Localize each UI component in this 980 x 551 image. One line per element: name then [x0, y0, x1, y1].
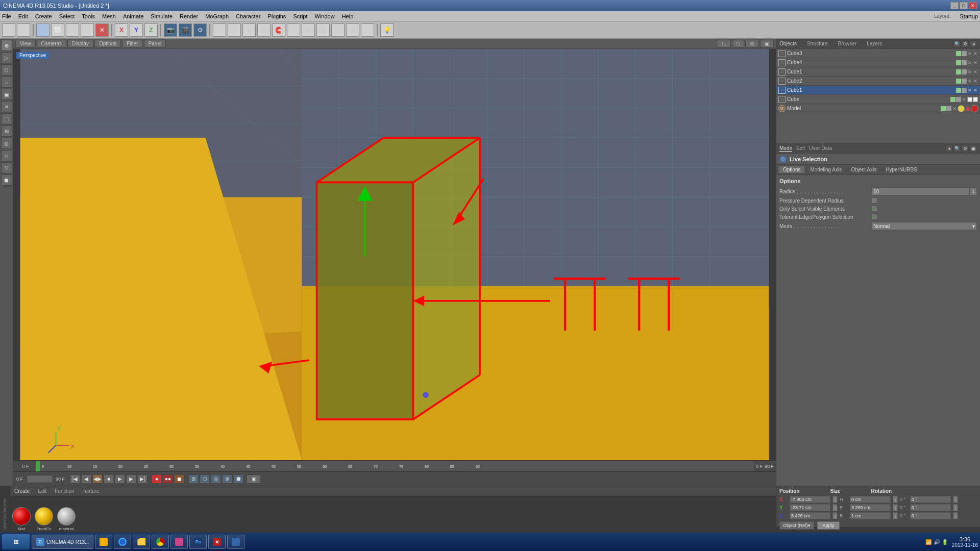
tolerant-checkbox[interactable]: ✓	[871, 214, 877, 220]
menu-script[interactable]: Script	[293, 13, 307, 19]
pressure-checkbox[interactable]	[871, 197, 877, 204]
left-tool-10[interactable]: ☆	[1, 150, 12, 161]
props-tab-edit[interactable]: Edit	[796, 145, 805, 151]
left-tool-11[interactable]: ▽	[1, 162, 12, 173]
cube1a-dot3[interactable]: ✕	[973, 69, 978, 74]
close-button[interactable]: ✕	[969, 2, 977, 9]
lasso-select-button[interactable]: ✏	[81, 23, 94, 37]
x-pos-input[interactable]: -7.904 cm	[790, 496, 830, 503]
props-collapse[interactable]: ⚙	[962, 145, 969, 152]
scale-button[interactable]: ⊞	[242, 23, 256, 37]
mat-edit-tab[interactable]: Edit	[38, 488, 46, 494]
menu-mesh[interactable]: Mesh	[102, 13, 116, 19]
viewport-tab-options[interactable]: Options	[94, 40, 121, 47]
taskbar-ie[interactable]	[114, 535, 131, 549]
y-rot-input[interactable]: 0 °	[910, 504, 951, 511]
props-menu[interactable]: ▣	[970, 145, 977, 152]
x-size-arrow[interactable]: ↕	[893, 496, 898, 503]
go-start-button[interactable]: |◀	[70, 474, 80, 484]
left-tool-6[interactable]: ✕	[1, 101, 12, 112]
go-end-button[interactable]: ▶|	[137, 474, 148, 484]
cube-dot2[interactable]	[956, 97, 961, 102]
rotate-button[interactable]: ↻	[228, 23, 241, 37]
play-reverse-button[interactable]: ◀▶	[92, 474, 103, 484]
z-pos-arrow[interactable]: ↕	[832, 512, 838, 519]
menu-plugins[interactable]: Plugins	[267, 13, 286, 19]
z-rot-input[interactable]: 0 °	[910, 512, 951, 519]
tab-options[interactable]: Options	[778, 166, 805, 173]
menu-file[interactable]: File	[2, 13, 11, 19]
tool8[interactable]: ☆	[361, 23, 374, 37]
z-rot-arrow[interactable]: ↕	[953, 512, 958, 519]
mat-texture-tab[interactable]: Texture	[83, 488, 100, 494]
z-axis-button[interactable]: Z	[144, 23, 158, 37]
motion-btn1[interactable]: ⊞	[188, 474, 199, 484]
menu-tools[interactable]: Tools	[82, 13, 95, 19]
objects-panel-search[interactable]: 🔍	[953, 40, 961, 47]
erase-button[interactable]: ✕	[95, 23, 109, 37]
axis-button[interactable]: ⊕	[257, 23, 271, 37]
prev-frame-button[interactable]: ◀	[81, 474, 91, 484]
cube1a-vis-dot[interactable]	[956, 69, 961, 74]
objects-tab[interactable]: Objects	[779, 41, 797, 46]
left-tool-2[interactable]: ▷	[1, 52, 12, 63]
x-rot-input[interactable]: 0 °	[910, 496, 951, 503]
y-size-input[interactable]: 3.269 cm	[850, 504, 891, 511]
frame-input[interactable]	[27, 475, 53, 483]
props-search[interactable]: ◂	[945, 145, 952, 152]
move-button[interactable]: ↔	[213, 23, 226, 37]
tool3[interactable]: ⬡	[287, 23, 300, 37]
y-axis-button[interactable]: Y	[130, 23, 143, 37]
viewport-icon-3[interactable]: ⚙	[745, 40, 759, 47]
cube3-dot3[interactable]: ✕	[973, 51, 978, 56]
cube-mat-icon[interactable]	[967, 97, 972, 102]
viewport-tab-view[interactable]: View	[15, 40, 36, 47]
menu-edit[interactable]: Edit	[18, 13, 28, 19]
cube4-dot3[interactable]: ✕	[973, 60, 978, 65]
taskbar-app9[interactable]	[227, 535, 244, 549]
apply-button[interactable]: Apply	[817, 521, 840, 530]
cube4-vis-dot[interactable]	[956, 60, 961, 65]
viewport-tab-filter[interactable]: Filter	[122, 40, 142, 47]
object-row-model[interactable]: M Model ✕	[776, 104, 980, 113]
viewport-tab-panel[interactable]: Panel	[144, 40, 166, 47]
render-to-pic-button[interactable]: 📷	[164, 23, 177, 37]
object-row-cube4[interactable]: □ Cube4 ✕ ✕	[776, 58, 980, 67]
maximize-button[interactable]: □	[960, 2, 968, 9]
structure-tab[interactable]: Structure	[807, 41, 828, 46]
circle-select-button[interactable]: ○	[66, 23, 79, 37]
render-anim-button[interactable]: 🎬	[179, 23, 192, 37]
viewport-icon-4[interactable]: ▣	[760, 40, 774, 47]
props-settings[interactable]: 🔍	[953, 145, 961, 152]
browser-tab[interactable]: Browser	[838, 41, 856, 46]
taskbar-ps[interactable]: Ps	[189, 535, 207, 549]
timeline-ruler[interactable]: 5 10 15 20 25 30 35 40 45 50 55 60	[36, 461, 754, 471]
object-row-cube2[interactable]: □ Cube2 ✕ ✕	[776, 77, 980, 86]
object-ref-dropdown[interactable]: Object (Ref) ▾	[779, 521, 814, 530]
motion-btn3[interactable]: ◎	[211, 474, 221, 484]
menu-mograph[interactable]: MoGraph	[205, 13, 229, 19]
record-all-button[interactable]: ●●	[163, 474, 173, 484]
tool6[interactable]: ⊡	[331, 23, 345, 37]
material-frontco[interactable]: FrontCo	[35, 507, 53, 531]
left-tool-12[interactable]: ⬟	[1, 174, 12, 186]
cube2-vis-dot[interactable]	[956, 79, 961, 84]
object-row-cube1b[interactable]: □ Cube1 ✕ ✕	[776, 86, 980, 95]
material-mat[interactable]: Mat	[12, 507, 31, 531]
play-button[interactable]: ▶	[115, 474, 125, 484]
menu-simulate[interactable]: Simulate	[151, 13, 173, 19]
mat-function-tab[interactable]: Function	[55, 488, 74, 494]
mat-create-tab[interactable]: Create	[14, 488, 30, 494]
cube1a-dot2[interactable]	[962, 69, 967, 74]
left-tool-8[interactable]: ⊞	[1, 126, 12, 137]
cube2-dot2[interactable]	[962, 79, 967, 84]
left-tool-4[interactable]: ○	[1, 77, 12, 88]
radius-value[interactable]: 10	[871, 187, 970, 195]
y-pos-input[interactable]: -23.71 cm	[790, 504, 830, 511]
model-vis-dot[interactable]	[941, 106, 946, 111]
taskbar-cinema4d[interactable]: C CINEMA 4D R13...	[32, 535, 93, 549]
mode-select[interactable]: Normal ▾	[871, 222, 977, 230]
taskbar-folder[interactable]	[133, 535, 150, 549]
motion-btn5[interactable]: ⬟	[233, 474, 243, 484]
record-stop-button[interactable]: ◼	[174, 474, 184, 484]
